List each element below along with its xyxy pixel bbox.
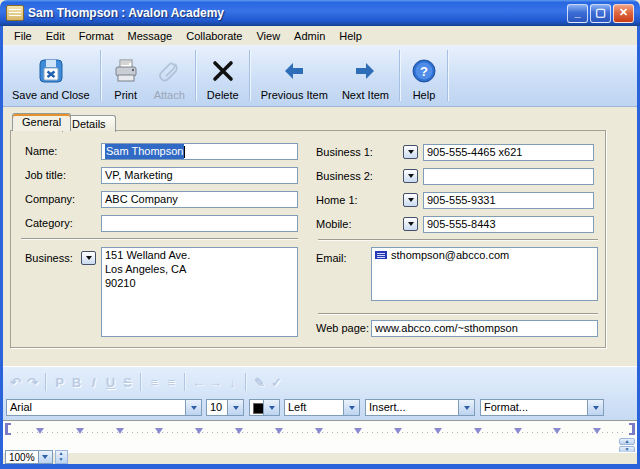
print-icon: [112, 55, 140, 87]
separator: [318, 239, 598, 241]
previous-item-button[interactable]: Previous Item: [254, 46, 335, 105]
web-page-input[interactable]: www.abcco.com/~sthompson: [371, 320, 598, 337]
delete-x-icon: [210, 55, 236, 87]
message-body-area[interactable]: ▲ ▼: [3, 438, 637, 453]
vertical-scrollbar[interactable]: ▲ ▼: [619, 438, 635, 452]
business2-type-dropdown[interactable]: [403, 169, 418, 183]
business2-input[interactable]: [423, 168, 594, 185]
ruler-right-margin-marker[interactable]: [629, 423, 635, 435]
ruler-tabstop-marker[interactable]: [434, 428, 442, 434]
ruler-tabstop-marker[interactable]: [195, 428, 203, 434]
menu-help[interactable]: Help: [332, 28, 369, 44]
font-color-select[interactable]: [249, 399, 280, 416]
font-size-value: 10: [210, 400, 222, 415]
menu-bar: File Edit Format Message Collaborate Vie…: [3, 26, 637, 46]
print-button[interactable]: Print: [105, 46, 147, 105]
menu-file[interactable]: File: [7, 28, 39, 44]
ruler-tabstop-marker[interactable]: [514, 428, 522, 434]
menu-format[interactable]: Format: [72, 28, 121, 44]
attach-button[interactable]: Attach: [147, 46, 192, 105]
title-bar[interactable]: Sam Thompson : Avalon Academy _ ▢ ✕: [0, 0, 640, 26]
numbered-list-icon[interactable]: ≡: [163, 375, 180, 390]
ruler-tabstop-marker[interactable]: [394, 428, 402, 434]
ruler-tabstop-marker[interactable]: [315, 428, 323, 434]
ruler-tabstop-marker[interactable]: [593, 428, 601, 434]
permanent-pen-icon[interactable]: ✎: [251, 375, 268, 390]
toolbar-separator: [249, 50, 251, 101]
delete-button[interactable]: Delete: [200, 46, 246, 105]
window-border: [0, 26, 3, 469]
indent-icon[interactable]: →: [207, 375, 224, 390]
bold-icon[interactable]: B: [68, 375, 85, 390]
window-border: [0, 464, 640, 469]
menu-view[interactable]: View: [249, 28, 287, 44]
ruler-tabstop-marker[interactable]: [36, 428, 44, 434]
ruler[interactable]: [3, 420, 637, 439]
ruler-tabstop-marker[interactable]: [76, 428, 84, 434]
ruler-tabstop-marker[interactable]: [553, 428, 561, 434]
outdent-icon[interactable]: ←: [190, 375, 207, 390]
ruler-left-margin-marker[interactable]: [5, 423, 11, 435]
menu-edit[interactable]: Edit: [39, 28, 72, 44]
undo-icon[interactable]: ↶: [7, 375, 24, 390]
ruler-tabstop-marker[interactable]: [354, 428, 362, 434]
text-caret: [184, 146, 185, 158]
insert-select[interactable]: Insert...: [365, 399, 475, 416]
ruler-tabstop-marker[interactable]: [235, 428, 243, 434]
business-address-input[interactable]: 151 Welland Ave. Los Angeles, CA 90210: [101, 247, 298, 337]
business-address-type-dropdown[interactable]: [81, 251, 96, 265]
tab-general[interactable]: General: [12, 113, 71, 131]
home1-type-dropdown[interactable]: [403, 193, 418, 207]
next-item-button[interactable]: Next Item: [335, 46, 396, 105]
toolbar-separator: [140, 373, 142, 391]
ruler-tabstop-marker[interactable]: [116, 428, 124, 434]
strikethrough-icon[interactable]: S: [119, 375, 136, 390]
home1-input[interactable]: 905-555-9331: [423, 192, 594, 209]
bullet-list-icon[interactable]: ≡: [146, 375, 163, 390]
business1-label: Business 1:: [316, 144, 373, 161]
company-input[interactable]: ABC Company: [101, 191, 298, 208]
mobile-type-dropdown[interactable]: [403, 217, 418, 231]
font-family-select[interactable]: Arial: [6, 399, 202, 416]
ruler-tabstop-marker[interactable]: [275, 428, 283, 434]
toolbar-separator: [447, 50, 449, 101]
zoom-spinner[interactable]: ▲ ▼: [55, 450, 68, 464]
business1-type-dropdown[interactable]: [403, 145, 418, 159]
redo-icon[interactable]: ↷: [24, 375, 41, 390]
name-input[interactable]: Sam Thompson: [101, 143, 298, 160]
menu-collaborate[interactable]: Collaborate: [179, 28, 249, 44]
ruler-tabstop-marker[interactable]: [155, 428, 163, 434]
help-icon: ?: [411, 55, 437, 87]
format-select[interactable]: Format...: [480, 399, 604, 416]
chevron-down-icon: [185, 400, 201, 415]
arrow-right-icon: [352, 55, 378, 87]
minimize-button[interactable]: _: [567, 4, 588, 23]
business1-input[interactable]: 905-555-4465 x621: [423, 144, 594, 161]
chevron-down-icon: [408, 222, 414, 226]
italic-icon[interactable]: I: [85, 375, 102, 390]
plain-text-icon[interactable]: P: [51, 375, 68, 390]
job-title-input[interactable]: VP, Marketing: [101, 167, 298, 184]
spellcheck-icon[interactable]: ✓: [268, 375, 285, 390]
category-input[interactable]: [101, 215, 298, 232]
font-size-select[interactable]: 10: [206, 399, 244, 416]
email-input[interactable]: sthompson@abcco.com: [371, 247, 598, 301]
help-button[interactable]: ? Help: [404, 46, 444, 105]
menu-message[interactable]: Message: [121, 28, 180, 44]
mobile-input[interactable]: 905-555-8443: [423, 216, 594, 233]
email-value: sthompson@abcco.com: [391, 249, 509, 261]
alignment-select[interactable]: Left: [284, 399, 360, 416]
spinner-down-icon: ▼: [56, 457, 67, 463]
text-color-icon[interactable]: ↓: [224, 375, 241, 390]
general-tab-panel: Name: Sam Thompson Job title: VP, Market…: [10, 130, 606, 348]
underline-icon[interactable]: U: [102, 375, 119, 390]
ruler-tabstop-marker[interactable]: [474, 428, 482, 434]
delete-label: Delete: [207, 89, 239, 101]
zoom-select[interactable]: 100%: [5, 450, 53, 464]
menu-admin[interactable]: Admin: [287, 28, 332, 44]
maximize-button[interactable]: ▢: [590, 4, 611, 23]
chevron-down-icon: [38, 451, 52, 463]
close-button[interactable]: ✕: [613, 4, 634, 23]
save-and-close-button[interactable]: Save and Close: [5, 46, 97, 105]
scroll-up-icon[interactable]: ▲: [619, 438, 635, 445]
